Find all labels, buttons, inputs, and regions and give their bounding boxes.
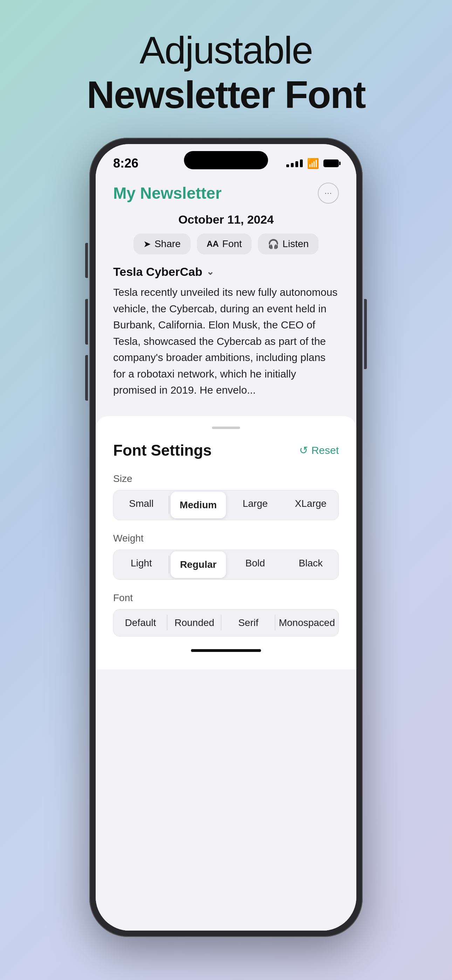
page-title-line2: Newsletter Font — [86, 73, 365, 117]
size-option-group: Small Medium Large XLarge — [113, 490, 339, 520]
reset-label: Reset — [312, 444, 339, 457]
listen-button[interactable]: 🎧 Listen — [258, 234, 318, 255]
font-section: Font Default Rounded Serif Monospaced — [113, 592, 339, 636]
reset-icon: ↺ — [299, 444, 308, 457]
share-icon: ➤ — [143, 239, 151, 250]
newsletter-title: My Newsletter — [113, 184, 221, 203]
font-icon: AA — [207, 239, 219, 249]
weight-section: Weight Light Regular Bold Black — [113, 533, 339, 580]
font-button[interactable]: AA Font — [197, 234, 252, 255]
phone-screen: 8:26 📶 My Newsletter ··· — [95, 144, 357, 931]
size-section: Size Small Medium Large XLarge — [113, 473, 339, 520]
home-indicator — [191, 649, 261, 652]
sheet-title: Font Settings — [113, 442, 212, 459]
article-section: Tesla CyberCab ⌄ Tesla recently unveiled… — [95, 265, 357, 399]
size-medium[interactable]: Medium — [170, 492, 226, 519]
headphones-icon: 🎧 — [268, 239, 279, 250]
newsletter-header: My Newsletter ··· — [95, 176, 357, 209]
weight-black[interactable]: Black — [283, 550, 339, 579]
status-bar: 8:26 📶 — [95, 144, 357, 176]
more-button[interactable]: ··· — [318, 183, 339, 204]
phone-frame: 8:26 📶 My Newsletter ··· — [89, 138, 363, 937]
sheet-header: Font Settings ↺ Reset — [113, 442, 339, 459]
size-label: Size — [113, 473, 339, 484]
power-button — [364, 299, 367, 369]
article-body: Tesla recently unveiled its new fully au… — [113, 284, 339, 399]
status-time: 8:26 — [113, 156, 138, 171]
font-option-group: Default Rounded Serif Monospaced — [113, 609, 339, 636]
font-label: Font — [222, 238, 242, 250]
article-title: Tesla CyberCab ⌄ — [113, 265, 339, 278]
font-settings-sheet: Font Settings ↺ Reset Size Small Medium … — [95, 416, 357, 670]
volume-down-button — [85, 355, 88, 401]
chevron-down-icon: ⌄ — [206, 266, 214, 277]
size-xlarge[interactable]: XLarge — [283, 490, 339, 520]
volume-up-button — [85, 299, 88, 345]
size-small[interactable]: Small — [113, 490, 169, 520]
reset-button[interactable]: ↺ Reset — [299, 444, 339, 457]
wifi-icon: 📶 — [307, 158, 319, 169]
dynamic-island — [184, 151, 268, 169]
page-title: Adjustable Newsletter Font — [86, 28, 365, 117]
weight-option-group: Light Regular Bold Black — [113, 550, 339, 580]
share-label: Share — [154, 238, 181, 250]
more-icon: ··· — [325, 189, 332, 198]
font-monospaced[interactable]: Monospaced — [275, 609, 339, 636]
weight-light[interactable]: Light — [113, 550, 169, 579]
app-content: My Newsletter ··· October 11, 2024 ➤ Sha… — [95, 176, 357, 931]
weight-bold[interactable]: Bold — [228, 550, 283, 579]
battery-icon — [323, 159, 339, 167]
share-button[interactable]: ➤ Share — [134, 234, 191, 255]
sheet-handle — [212, 426, 240, 429]
size-large[interactable]: Large — [228, 490, 283, 520]
status-icons: 📶 — [286, 158, 339, 169]
listen-label: Listen — [282, 238, 309, 250]
weight-label: Weight — [113, 533, 339, 544]
font-default[interactable]: Default — [113, 609, 167, 636]
action-buttons: ➤ Share AA Font 🎧 Listen — [95, 234, 357, 255]
signal-icon — [286, 159, 303, 167]
weight-regular[interactable]: Regular — [170, 551, 226, 578]
font-rounded[interactable]: Rounded — [167, 609, 221, 636]
font-serif[interactable]: Serif — [221, 609, 275, 636]
page-title-line1: Adjustable — [86, 28, 365, 73]
font-label: Font — [113, 592, 339, 604]
newsletter-date: October 11, 2024 — [95, 213, 357, 226]
